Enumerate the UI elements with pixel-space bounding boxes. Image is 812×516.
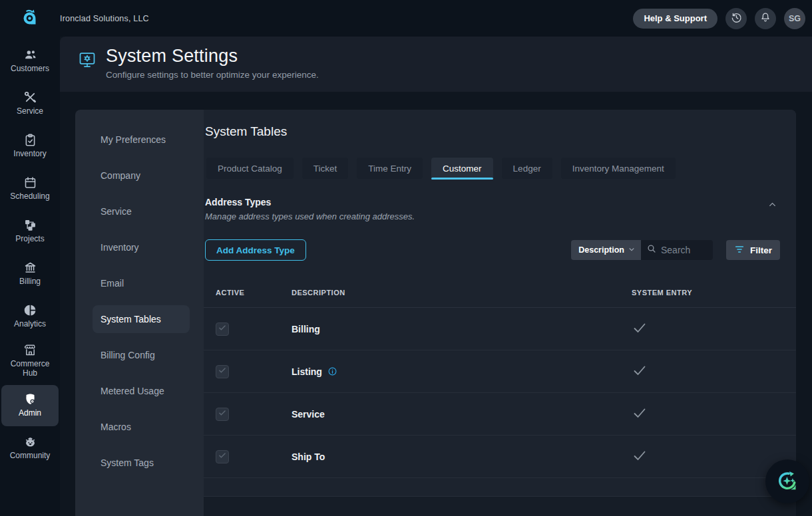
tab[interactable]: Product Catalog	[206, 158, 294, 179]
history-button[interactable]	[725, 8, 747, 29]
table-header-row: ACTIVE DESCRIPTION SYSTEM ENTRY	[204, 278, 796, 308]
community-icon	[23, 435, 37, 449]
tab[interactable]: Ledger	[502, 158, 552, 179]
active-checkbox[interactable]	[216, 450, 229, 463]
service-icon	[23, 90, 37, 104]
settings-nav-item[interactable]: Macros	[93, 413, 190, 441]
scheduling-icon	[23, 176, 37, 190]
system-entry-check-icon	[632, 454, 648, 465]
row-description: Service	[292, 409, 325, 420]
sidebar-item-billing[interactable]: Billing	[1, 253, 59, 294]
add-address-type-button[interactable]: Add Address Type	[205, 239, 306, 261]
section-title: Address Types	[205, 197, 415, 207]
sidebar-item-projects[interactable]: Projects	[1, 210, 59, 251]
checkbox-check-icon	[218, 366, 227, 378]
settings-nav-label: Metered Usage	[101, 386, 164, 396]
page-title: System Settings	[106, 46, 319, 66]
help-support-button[interactable]: Help & Support	[633, 9, 717, 29]
ai-assistant-fab[interactable]	[765, 459, 809, 503]
sidebar-item-scheduling[interactable]: Scheduling	[1, 168, 59, 209]
sidebar-item-label: Analytics	[14, 320, 46, 329]
commerce-hub-icon	[23, 343, 37, 357]
info-icon[interactable]	[327, 366, 337, 376]
sidebar-item-community[interactable]: Community	[1, 428, 59, 469]
section-subtitle: Manage address types used when creating …	[205, 211, 415, 221]
sidebar-item-analytics[interactable]: Analytics	[1, 295, 59, 336]
tab[interactable]: Inventory Management	[561, 158, 676, 179]
settings-nav: My Preferences Company Service Inventory	[75, 110, 204, 516]
sidebar-item-label: Commerce Hub	[3, 360, 57, 378]
tab-label: Customer	[443, 164, 482, 174]
table-row: Service	[204, 393, 796, 436]
column-header-active: ACTIVE	[216, 289, 292, 297]
sidebar-item-label: Projects	[15, 235, 44, 244]
settings-nav-item[interactable]: My Preferences	[93, 126, 190, 154]
table-tabs: Product Catalog Ticket Time Entry Custom…	[206, 158, 780, 179]
sidebar-item-inventory[interactable]: Inventory	[1, 125, 59, 166]
row-description: Listing	[292, 366, 322, 377]
chevron-down-icon	[628, 245, 635, 255]
sidebar-item-label: Service	[17, 107, 43, 116]
sidebar-item-commerce-hub[interactable]: Commerce Hub	[1, 338, 59, 384]
admin-icon	[23, 392, 37, 406]
settings-nav-label: Billing Config	[101, 350, 155, 360]
settings-nav-item[interactable]: System Tags	[93, 449, 190, 477]
settings-nav-item[interactable]: Metered Usage	[93, 377, 190, 405]
projects-icon	[23, 218, 37, 232]
settings-nav-item[interactable]: Inventory	[93, 233, 190, 261]
column-header-system-entry: SYSTEM ENTRY	[632, 289, 780, 297]
active-checkbox[interactable]	[216, 365, 229, 378]
settings-nav-item[interactable]: Company	[93, 162, 190, 190]
billing-icon	[23, 261, 37, 275]
checkbox-check-icon	[218, 451, 227, 463]
app-sidebar: Customers Service Inventory	[0, 37, 60, 516]
settings-nav-label: Company	[101, 170, 140, 181]
search-field-dropdown[interactable]: Description	[571, 240, 641, 260]
system-entry-check-icon	[632, 369, 648, 380]
settings-nav-item[interactable]: System Tables	[93, 305, 190, 333]
row-description: Ship To	[292, 452, 325, 462]
tab[interactable]: Time Entry	[357, 158, 423, 179]
table-body: Billing	[204, 308, 796, 478]
topbar: Ironclad Solutions, LLC Help & Support S…	[0, 0, 812, 37]
settings-card: My Preferences Company Service Inventory	[75, 110, 796, 516]
active-checkbox[interactable]	[216, 408, 229, 421]
active-checkbox[interactable]	[216, 322, 229, 336]
search-input[interactable]	[661, 245, 708, 255]
user-avatar[interactable]: SG	[784, 8, 805, 29]
tab-label: Time Entry	[368, 164, 411, 174]
checkbox-check-icon	[218, 323, 227, 335]
sidebar-item-customers[interactable]: Customers	[1, 40, 59, 81]
tab-label: Product Catalog	[218, 164, 282, 174]
settings-nav-item[interactable]: Service	[93, 197, 190, 225]
notifications-button[interactable]	[755, 8, 776, 29]
section-header: Address Types Manage address types used …	[205, 197, 780, 221]
tab[interactable]: Customer	[431, 158, 493, 179]
app-logo[interactable]	[0, 7, 60, 30]
filter-button[interactable]: Filter	[726, 240, 780, 260]
column-header-description: DESCRIPTION	[292, 289, 632, 297]
sidebar-item-admin[interactable]: Admin	[1, 385, 59, 426]
search-field-value: Description	[578, 245, 624, 255]
tab-label: Ledger	[513, 164, 541, 174]
collapse-section-button[interactable]	[765, 197, 780, 214]
page-header: System Settings Configure settings to be…	[60, 37, 812, 92]
table-controls: Add Address Type Description	[205, 239, 780, 261]
history-icon	[730, 11, 743, 26]
sidebar-item-service[interactable]: Service	[1, 82, 59, 124]
settings-nav-item[interactable]: Billing Config	[93, 341, 190, 369]
settings-nav-item[interactable]: Email	[93, 269, 190, 297]
system-entry-check-icon	[632, 326, 648, 338]
filter-icon	[734, 245, 745, 256]
sidebar-item-label: Customers	[11, 64, 49, 74]
content-panel: System Tables Product Catalog Ticket Tim…	[204, 110, 796, 516]
system-settings-icon	[78, 51, 97, 92]
table-row: Listing	[204, 350, 796, 393]
search-box	[641, 240, 713, 260]
sidebar-item-label: Community	[10, 452, 51, 461]
sidebar-item-label: Billing	[19, 277, 41, 287]
tab[interactable]: Ticket	[302, 158, 349, 179]
app-logo-icon	[21, 7, 39, 30]
system-entry-check-icon	[632, 412, 648, 423]
settings-nav-label: My Preferences	[101, 134, 166, 145]
